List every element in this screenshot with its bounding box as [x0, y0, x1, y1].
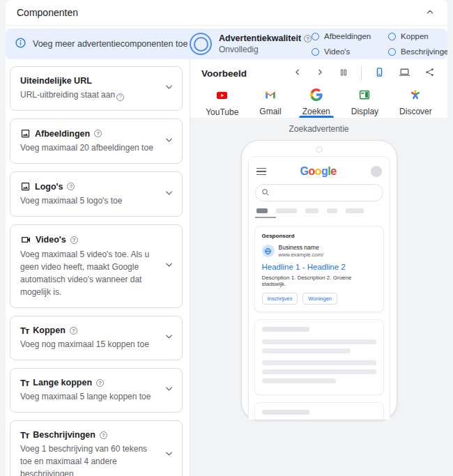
- card-title: Beschrijvingen: [33, 430, 95, 440]
- business-name: Business name: [279, 244, 324, 251]
- gmail-icon: [264, 89, 277, 103]
- card-subtitle: Voeg maximaal 20 afbeeldingen toe: [20, 143, 153, 153]
- desktop-view-toggle[interactable]: [397, 65, 412, 82]
- active-tab-underline: [255, 217, 276, 218]
- checklist-label: Beschrijvingen: [401, 47, 447, 56]
- avatar: [371, 166, 382, 177]
- checklist-item-afbeeldingen[interactable]: Afbeeldingen: [312, 31, 385, 42]
- divider: [361, 66, 362, 81]
- preview-panel: Voorbeeld YouTube Gma: [190, 59, 447, 476]
- checklist-item-koppen[interactable]: Koppen: [388, 31, 447, 42]
- discover-icon: [409, 89, 422, 103]
- image-icon: [20, 181, 31, 192]
- card-subtitle: Voeg maximaal 5 logo's toe: [20, 196, 122, 206]
- smartphone-icon: [374, 67, 385, 79]
- youtube-icon: [215, 89, 229, 104]
- card-logos[interactable]: Logo's Voeg maximaal 5 logo's toe: [10, 171, 183, 217]
- laptop-icon: [399, 66, 410, 80]
- text-icon: [20, 326, 29, 335]
- card-title: Koppen: [33, 325, 66, 335]
- card-subtitle: Voeg nog maximaal 15 koppen toe: [20, 339, 149, 349]
- card-headlines[interactable]: Koppen Voeg nog maximaal 15 koppen toe: [10, 316, 183, 360]
- search-bar: [255, 184, 383, 201]
- tab-label: Display: [351, 107, 378, 116]
- tab-placeholder: [276, 208, 297, 213]
- checklist-item-beschrijvingen[interactable]: Beschrijvingen: [388, 47, 447, 57]
- chevron-left-icon: [293, 68, 302, 79]
- pause-button[interactable]: [337, 66, 350, 81]
- ad-description: Description 1. Description 2. Groene sta…: [262, 275, 376, 287]
- preview-header: Voorbeeld: [190, 59, 447, 87]
- chevron-down-icon[interactable]: [164, 135, 174, 148]
- help-icon[interactable]: [96, 379, 104, 387]
- previous-preview-button[interactable]: [291, 66, 303, 80]
- card-long-headlines[interactable]: Lange koppen Voeg maximaal 5 lange koppe…: [10, 368, 183, 413]
- help-icon[interactable]: [67, 183, 75, 190]
- skeleton-line: [262, 410, 310, 415]
- display-icon: [358, 89, 371, 103]
- card-subtitle: URL-uitbreiding staat aan: [20, 90, 115, 100]
- pause-icon: [339, 68, 348, 79]
- google-logo: Google: [300, 165, 336, 178]
- card-descriptions[interactable]: Beschrijvingen Voeg 1 beschrijving van 6…: [10, 420, 183, 476]
- card-final-url[interactable]: Uiteindelijke URL URL-uitbreiding staat …: [10, 66, 183, 111]
- search-tabs: [254, 208, 384, 218]
- card-subtitle: Voeg 1 beschrijving van 60 tekens toe en…: [20, 444, 147, 476]
- collapse-button[interactable]: [424, 6, 436, 20]
- help-icon[interactable]: [70, 236, 78, 244]
- tab-placeholder: [305, 208, 318, 213]
- globe-icon: [262, 245, 275, 257]
- share-button[interactable]: [423, 66, 436, 81]
- tab-discover[interactable]: Discover: [397, 87, 434, 118]
- quality-title: Advertentiekwaliteit: [219, 33, 301, 43]
- ad-quality-group: Advertentiekwaliteit Onvolledig: [190, 33, 312, 55]
- mobile-view-toggle[interactable]: [373, 66, 386, 81]
- tab-label: Gmail: [259, 107, 281, 116]
- search-icon: [261, 187, 270, 199]
- checklist-label: Koppen: [401, 32, 429, 40]
- channel-tabs: YouTube Gmail Zoeken Display Discover: [190, 87, 447, 118]
- next-preview-button[interactable]: [314, 66, 326, 80]
- tab-label: YouTube: [206, 107, 238, 117]
- chevron-down-icon[interactable]: [164, 384, 174, 397]
- chevron-down-icon[interactable]: [164, 82, 174, 95]
- ad-type-label: Zoekadvertentie: [289, 124, 348, 134]
- info-icon: [15, 38, 26, 51]
- checklist-item-videos[interactable]: Video's: [312, 47, 385, 57]
- card-images[interactable]: Afbeeldingen Voeg maximaal 20 afbeelding…: [10, 118, 183, 164]
- skeleton-line: [262, 348, 351, 353]
- text-icon: [20, 378, 29, 387]
- display-url: www.example.com/: [279, 252, 324, 258]
- empty-circle-icon: [388, 33, 396, 40]
- chevron-up-icon: [425, 7, 435, 19]
- help-icon[interactable]: [94, 130, 102, 137]
- banner-message-group: Voeg meer advertentiecomponenten toe: [15, 38, 190, 51]
- chevron-down-icon[interactable]: [164, 332, 174, 345]
- chevron-down-icon[interactable]: [164, 187, 174, 201]
- card-title: Afbeeldingen: [35, 129, 90, 139]
- sitelink-chip: Woningen: [302, 293, 337, 305]
- help-icon[interactable]: [100, 431, 107, 439]
- tab-gmail[interactable]: Gmail: [257, 87, 283, 118]
- chevron-down-icon[interactable]: [164, 449, 174, 462]
- preview-body: Zoekadvertentie Google: [190, 118, 447, 476]
- skeleton-line: [262, 378, 337, 383]
- tab-zoeken[interactable]: Zoeken: [300, 87, 332, 118]
- tab-placeholder: [327, 208, 337, 213]
- tab-youtube[interactable]: YouTube: [204, 87, 240, 118]
- help-icon[interactable]: [116, 93, 124, 101]
- ad-preview-card: Gesponsord Business name www.example.com…: [254, 226, 384, 312]
- card-videos[interactable]: Video's Voeg maximaal 5 video's toe. Als…: [10, 224, 183, 308]
- card-title: Lange koppen: [33, 378, 92, 387]
- components-list: Uiteindelijke URL URL-uitbreiding staat …: [6, 59, 190, 476]
- chevron-down-icon[interactable]: [164, 260, 174, 273]
- text-icon: [20, 431, 29, 440]
- sitelink-chip: Inschrijven: [262, 293, 298, 305]
- help-icon[interactable]: [304, 35, 312, 43]
- menu-icon: [256, 168, 266, 176]
- result-placeholder-card: [254, 319, 384, 395]
- videocam-icon: [20, 234, 31, 245]
- help-icon[interactable]: [70, 327, 77, 335]
- tab-display[interactable]: Display: [349, 87, 381, 118]
- result-placeholder-card: [254, 402, 384, 420]
